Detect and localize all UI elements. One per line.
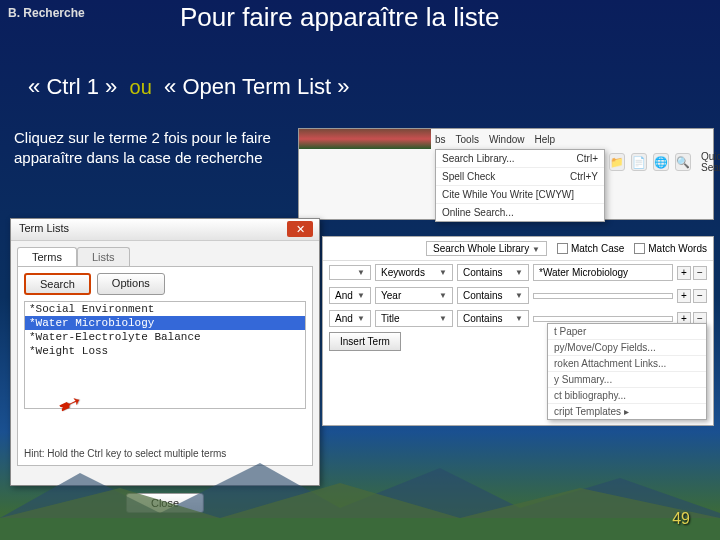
search-panel: Search Whole Library ▼ Match Case Match … <box>322 236 714 426</box>
context-menu-fragment: t Paper py/Move/Copy Fields... roken Att… <box>547 323 707 420</box>
menu-item[interactable]: bs <box>435 134 446 145</box>
menu-item[interactable]: roken Attachment Links... <box>548 356 706 372</box>
menu-item-help[interactable]: Help <box>535 134 556 145</box>
tab-lists[interactable]: Lists <box>77 247 130 266</box>
breadcrumb: B. Recherche <box>8 6 85 20</box>
field-select[interactable]: Year▼ <box>375 287 453 304</box>
op-select[interactable]: ▼ <box>329 265 371 280</box>
search-button[interactable]: Search <box>24 273 91 295</box>
menu-item-tools[interactable]: Tools <box>456 134 479 145</box>
cond-select[interactable]: Contains▼ <box>457 264 529 281</box>
search-icon[interactable]: 🔍 <box>675 153 691 171</box>
close-button[interactable]: Close <box>126 493 204 513</box>
page-icon[interactable]: 📄 <box>631 153 647 171</box>
cond-select[interactable]: Contains▼ <box>457 287 529 304</box>
list-item[interactable]: *Social Environment <box>25 302 305 316</box>
chevron-down-icon: ▼ <box>532 245 540 254</box>
remove-row-button[interactable]: − <box>693 266 707 280</box>
value-input[interactable] <box>533 316 673 322</box>
instruction-text: Cliquez sur le terme 2 fois pour le fair… <box>14 128 284 169</box>
dropdown-item[interactable]: Online Search... <box>436 204 604 221</box>
menu-item[interactable]: cript Templates ▸ <box>548 404 706 419</box>
dropdown-item[interactable]: Search Library...Ctrl+ <box>436 150 604 168</box>
op-select[interactable]: And▼ <box>329 310 371 327</box>
cond-select[interactable]: Contains▼ <box>457 310 529 327</box>
toolbar-icons: 📁 📄 🌐 🔍 Quick Sear <box>609 151 720 173</box>
dropdown-item[interactable]: Spell CheckCtrl+Y <box>436 168 604 186</box>
term-lists-dialog: Term Lists ✕ Terms Lists Search Options … <box>10 218 320 486</box>
list-item[interactable]: *Water-Electrolyte Balance <box>25 330 305 344</box>
search-row: And▼ Year▼ Contains▼ +− <box>323 284 713 307</box>
svg-marker-1 <box>0 483 720 518</box>
match-words-checkbox[interactable]: Match Words <box>634 243 707 254</box>
dialog-titlebar: Term Lists ✕ <box>11 219 319 241</box>
hint-text: Hint: Hold the Ctrl key to select multip… <box>24 448 226 459</box>
menu-item[interactable]: py/Move/Copy Fields... <box>548 340 706 356</box>
list-item[interactable]: *Weight Loss <box>25 344 305 358</box>
menu-item[interactable]: t Paper <box>548 324 706 340</box>
menu-bar: bs Tools Window Help <box>299 129 713 149</box>
menu-item[interactable]: ct bibliography... <box>548 388 706 404</box>
list-item-selected[interactable]: *Water Microbiology <box>25 316 305 330</box>
match-case-checkbox[interactable]: Match Case <box>557 243 624 254</box>
menu-item-window[interactable]: Window <box>489 134 525 145</box>
dropdown-item[interactable]: Cite While You Write [CWYW] <box>436 186 604 204</box>
page-number: 49 <box>672 510 690 528</box>
value-input[interactable]: *Water Microbiology <box>533 264 673 281</box>
search-row: ▼ Keywords▼ Contains▼ *Water Microbiolog… <box>323 261 713 284</box>
globe-icon[interactable]: 🌐 <box>653 153 669 171</box>
insert-term-button[interactable]: Insert Term <box>329 332 401 351</box>
quick-search-label[interactable]: Quick Sear <box>701 151 720 173</box>
remove-row-button[interactable]: − <box>693 289 707 303</box>
add-row-button[interactable]: + <box>677 289 691 303</box>
menu-item[interactable]: y Summary... <box>548 372 706 388</box>
shortcut-line: « Ctrl 1 » ou « Open Term List » <box>28 74 350 100</box>
tab-terms[interactable]: Terms <box>17 247 77 266</box>
options-button[interactable]: Options <box>97 273 165 295</box>
app-toolbar: bs Tools Window Help Search Library...Ct… <box>298 128 714 220</box>
folder-icon[interactable]: 📁 <box>609 153 625 171</box>
tools-dropdown: Search Library...Ctrl+ Spell CheckCtrl+Y… <box>435 149 605 222</box>
op-select[interactable]: And▼ <box>329 287 371 304</box>
field-select[interactable]: Keywords▼ <box>375 264 453 281</box>
scope-select[interactable]: Search Whole Library ▼ <box>426 241 547 256</box>
add-row-button[interactable]: + <box>677 266 691 280</box>
value-input[interactable] <box>533 293 673 299</box>
page-title: Pour faire apparaître la liste <box>180 2 499 33</box>
close-icon[interactable]: ✕ <box>287 221 313 237</box>
field-select[interactable]: Title▼ <box>375 310 453 327</box>
